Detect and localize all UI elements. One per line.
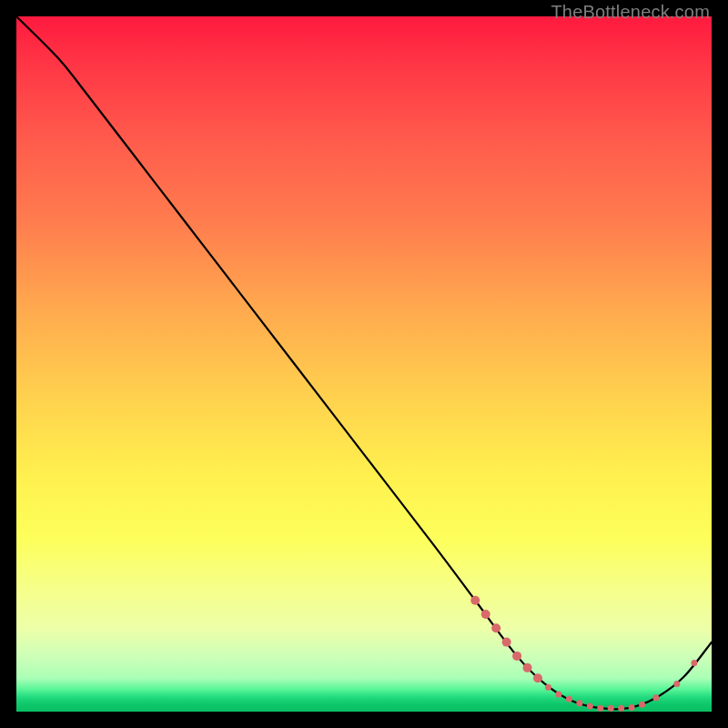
marker-dot	[481, 610, 490, 619]
marker-dot	[618, 705, 624, 712]
marker-dot	[512, 652, 521, 661]
marker-dot	[470, 596, 480, 605]
marker-dot	[652, 694, 659, 701]
curve-svg	[16, 16, 712, 712]
marker-dot	[523, 663, 532, 672]
marker-dot	[491, 623, 500, 632]
marker-dot	[566, 696, 572, 703]
marker-dot	[639, 702, 645, 708]
marker-dot	[691, 660, 697, 666]
marker-dot	[597, 705, 603, 712]
marker-dot	[576, 700, 582, 706]
attribution-text: TheBottleneck.com	[551, 2, 710, 23]
marker-dot	[629, 704, 635, 711]
marker-dot	[673, 681, 680, 687]
marker-dot	[533, 673, 542, 682]
marker-dot	[502, 638, 511, 647]
chart-container: TheBottleneck.com	[0, 0, 728, 728]
marker-dot	[587, 703, 593, 709]
marker-dot	[555, 691, 561, 697]
plot-area	[16, 16, 712, 712]
marker-dot	[545, 684, 551, 691]
bottleneck-curve	[16, 16, 712, 709]
marker-dot	[608, 705, 614, 712]
